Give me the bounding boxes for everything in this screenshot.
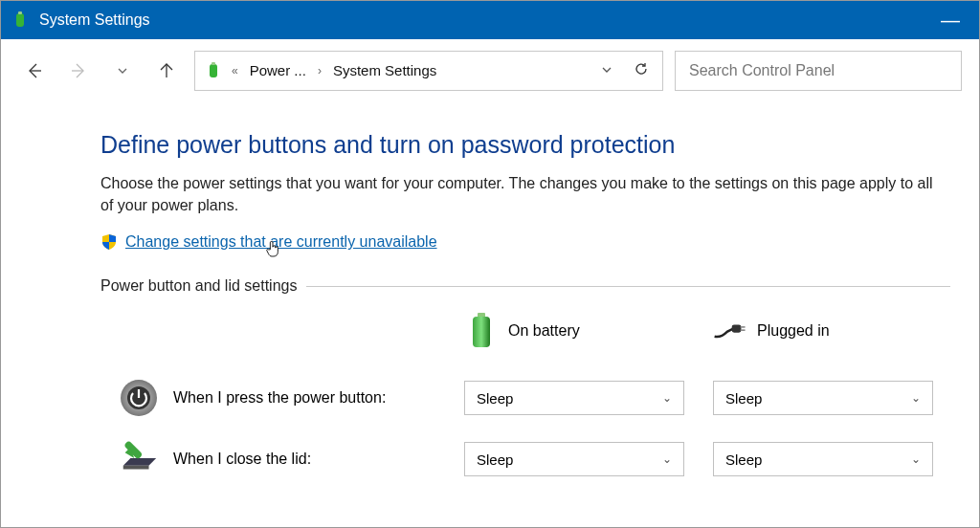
battery-icon xyxy=(464,312,499,350)
address-dropdown-button[interactable] xyxy=(593,62,620,78)
svg-rect-7 xyxy=(741,326,746,328)
section-label: Power button and lid settings xyxy=(100,277,297,295)
select-value: Sleep xyxy=(477,390,513,407)
column-plugged-in: Plugged in xyxy=(713,312,962,350)
row-label: When I press the power button: xyxy=(173,389,386,407)
column-label: On battery xyxy=(508,322,580,340)
chevron-down-icon: ⌄ xyxy=(662,452,672,466)
search-box[interactable] xyxy=(675,51,962,91)
chevron-down-icon: ⌄ xyxy=(911,391,921,405)
titlebar: System Settings — xyxy=(1,1,979,39)
recent-dropdown[interactable] xyxy=(106,55,139,87)
refresh-button[interactable] xyxy=(628,61,655,79)
svg-rect-2 xyxy=(210,64,217,77)
select-value: Sleep xyxy=(725,451,762,468)
forward-button[interactable] xyxy=(62,55,95,87)
address-bar[interactable]: « Power ... › System Settings xyxy=(194,51,663,91)
content-area: Define power buttons and turn on passwor… xyxy=(1,102,979,480)
svg-rect-3 xyxy=(212,62,215,65)
power-button-battery-select[interactable]: Sleep ⌄ xyxy=(464,381,684,415)
up-button[interactable] xyxy=(150,55,183,87)
section-divider: Power button and lid settings xyxy=(100,277,950,295)
power-button-plugged-select[interactable]: Sleep ⌄ xyxy=(713,381,933,415)
svg-rect-0 xyxy=(16,13,24,27)
page-description: Choose the power settings that you want … xyxy=(100,172,943,216)
back-button[interactable] xyxy=(18,55,51,87)
laptop-lid-icon xyxy=(118,438,160,480)
breadcrumb-item[interactable]: Power ... xyxy=(246,60,310,80)
row-close-lid: When I close the lid: Sleep ⌄ Sleep ⌄ xyxy=(100,438,950,480)
change-settings-row: Change settings that are currently unava… xyxy=(100,233,950,251)
minimize-button[interactable]: — xyxy=(931,10,969,32)
svg-rect-1 xyxy=(18,11,22,14)
window-title: System Settings xyxy=(39,11,931,29)
page-title: Define power buttons and turn on passwor… xyxy=(100,131,950,159)
svg-rect-5 xyxy=(473,317,490,347)
breadcrumb-item[interactable]: System Settings xyxy=(329,60,440,80)
power-button-icon xyxy=(118,377,160,419)
power-options-icon xyxy=(203,60,224,81)
row-power-button: When I press the power button: Sleep ⌄ S… xyxy=(100,377,950,419)
chevron-down-icon: ⌄ xyxy=(662,391,672,405)
svg-rect-8 xyxy=(741,330,746,332)
power-options-icon xyxy=(11,11,30,30)
column-label: Plugged in xyxy=(757,322,830,340)
plug-icon xyxy=(713,312,747,350)
navigation-bar: « Power ... › System Settings xyxy=(1,39,979,102)
close-lid-battery-select[interactable]: Sleep ⌄ xyxy=(464,442,684,476)
search-input[interactable] xyxy=(687,61,949,80)
breadcrumb-back-icon[interactable]: « xyxy=(232,64,238,77)
row-label: When I close the lid: xyxy=(173,451,311,468)
breadcrumb-sep-icon: › xyxy=(318,64,322,77)
select-value: Sleep xyxy=(477,451,513,468)
close-lid-plugged-select[interactable]: Sleep ⌄ xyxy=(713,442,933,476)
chevron-down-icon: ⌄ xyxy=(911,452,921,466)
column-on-battery: On battery xyxy=(464,312,713,350)
svg-rect-6 xyxy=(732,325,742,333)
select-value: Sleep xyxy=(725,390,762,407)
uac-shield-icon xyxy=(100,233,118,251)
columns-header: On battery Plugged in xyxy=(100,312,950,350)
change-settings-link[interactable]: Change settings that are currently unava… xyxy=(125,233,437,250)
